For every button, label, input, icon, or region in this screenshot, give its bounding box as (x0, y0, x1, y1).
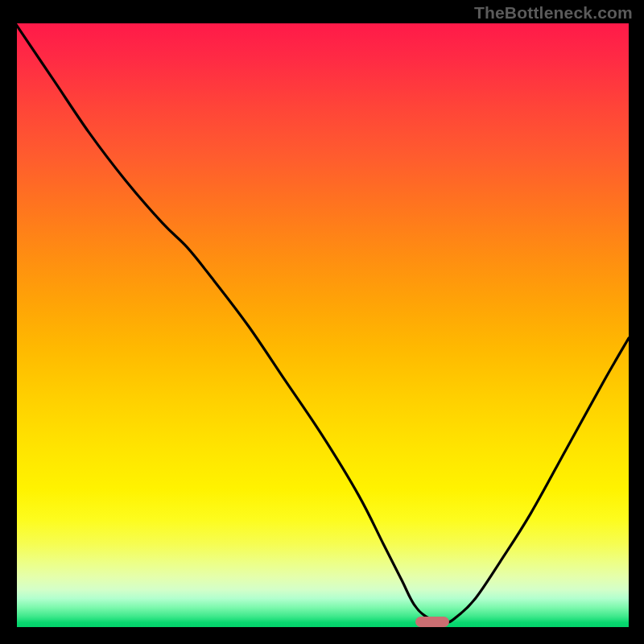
plot-area (15, 23, 629, 629)
x-axis (14, 627, 630, 630)
optimal-marker (415, 617, 449, 627)
y-axis (14, 23, 17, 630)
watermark-text: TheBottleneck.com (474, 3, 633, 23)
chart-root: TheBottleneck.com (0, 0, 644, 644)
heatmap-background (15, 23, 629, 629)
